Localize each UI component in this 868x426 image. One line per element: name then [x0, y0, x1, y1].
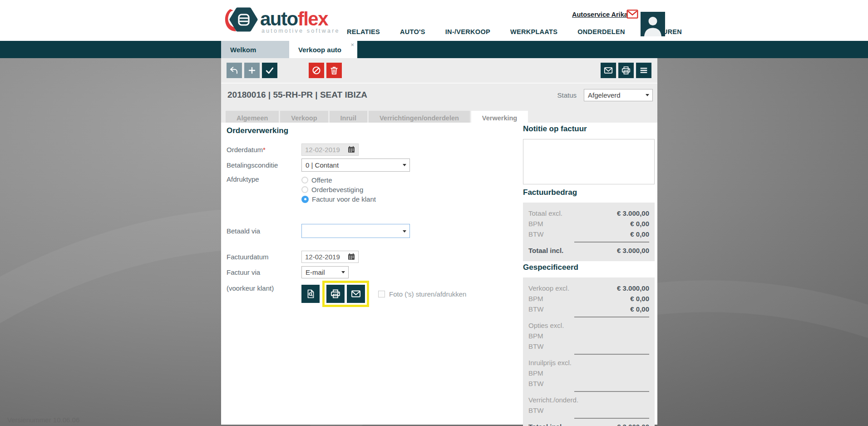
orderdatum-label: Orderdatum* — [227, 146, 301, 154]
status-label: Status — [557, 91, 577, 99]
row-label: Inruilprijs excl. — [528, 359, 649, 367]
money-row: Opties excl. — [528, 320, 649, 331]
document-tabbar: Welkom Verkoop auto × — [0, 41, 868, 58]
money-row: BPM€ 0,00 — [528, 293, 649, 304]
calendar-icon[interactable] — [348, 146, 355, 153]
row-label: BTW — [528, 342, 649, 350]
nav-item-autos[interactable]: AUTO'S — [400, 28, 425, 35]
money-row: BPM€ 0,00 — [528, 218, 649, 229]
radio-selected-icon[interactable] — [301, 196, 309, 203]
orderdatum-input[interactable]: 12-02-2019 — [301, 144, 359, 156]
calendar-icon[interactable] — [348, 253, 355, 260]
print-button[interactable] — [618, 63, 634, 78]
menu-button[interactable] — [636, 63, 651, 78]
money-row: BPM — [528, 331, 649, 341]
cancel-icon — [311, 65, 321, 75]
user-account-link[interactable]: Autoservice Arikan — [572, 11, 632, 18]
row-value: € 3.000,00 — [617, 247, 649, 254]
print-invoice-button[interactable] — [326, 285, 345, 303]
money-row: Totaal excl.€ 3.000,00 — [528, 208, 649, 218]
nav-item-onderdelen[interactable]: ONDERDELEN — [577, 28, 625, 35]
app-header: autoflex automotive software RELATIES AU… — [0, 0, 868, 41]
orderverwerking-form: Orderverwerking Orderdatum* 12-02-2019 — [221, 123, 521, 307]
mail-icon[interactable] — [626, 9, 638, 19]
row-label: Opties excl. — [528, 322, 649, 329]
checkbox[interactable] — [378, 291, 385, 297]
factuurbedrag-box: Totaal excl.€ 3.000,00 BPM€ 0,00 BTW€ 0,… — [523, 203, 655, 261]
row-value: € 0,00 — [630, 305, 649, 313]
afdruktype-row: Afdruktype Offerte Orderbevestiging F — [227, 173, 521, 204]
tab-verkoop-auto[interactable]: Verkoop auto × — [289, 41, 357, 58]
titlebar: 20180016 | 55-RH-PR | SEAT IBIZA Status … — [221, 84, 657, 106]
invoice-summary: Notitie op factuur Factuurbedrag Totaal … — [523, 123, 655, 426]
money-row: BTW€ 0,00 — [528, 304, 649, 314]
factuur-actions-row: Foto ('s) sturen/afdrukken — [301, 281, 521, 307]
betalingsconditie-row: Betalingsconditie 0 | Contant — [227, 158, 521, 172]
delete-button[interactable] — [326, 63, 342, 78]
radio-factuur-voor-de-klant[interactable]: Factuur voor de klant — [301, 194, 376, 204]
betaald-via-select[interactable] — [301, 224, 410, 238]
betalingsconditie-label: Betalingsconditie — [227, 161, 301, 169]
sum-divider — [574, 317, 649, 317]
money-row: Inruilprijs excl. — [528, 357, 649, 368]
spacer — [221, 206, 521, 224]
factuurdatum-input[interactable]: 12-02-2019 — [301, 251, 359, 263]
chevron-down-icon — [341, 271, 345, 273]
highlight-box — [322, 281, 369, 307]
row-label: BTW — [528, 406, 649, 414]
voorkeur-klant-label: (voorkeur klant) — [227, 284, 274, 292]
main-area: 20180016 | 55-RH-PR | SEAT IBIZA Status … — [0, 58, 868, 426]
add-icon — [247, 65, 257, 75]
radio-icon[interactable] — [301, 186, 308, 193]
betalingsconditie-select[interactable]: 0 | Contant — [301, 159, 410, 172]
spacer — [221, 240, 521, 250]
confirm-button[interactable] — [262, 63, 277, 78]
undo-button[interactable] — [227, 63, 242, 78]
print-icon — [330, 288, 341, 299]
preview-document-icon — [305, 288, 316, 299]
undo-icon — [229, 65, 239, 75]
radio-icon[interactable] — [301, 177, 308, 183]
row-label: Totaal incl. — [528, 247, 617, 254]
row-label: Verkoop excl. — [528, 284, 617, 292]
money-row: Verkoop excl.€ 3.000,00 — [528, 283, 649, 293]
order-title: 20180016 | 55-RH-PR | SEAT IBIZA — [227, 90, 557, 100]
row-label: Verricht./onderd. — [528, 396, 649, 404]
row-value: € 3.000,00 — [617, 423, 649, 426]
avatar[interactable] — [641, 12, 665, 36]
tab-welkom[interactable]: Welkom — [221, 41, 289, 58]
row-value: € 0,00 — [630, 295, 649, 302]
afdruktype-label: Afdruktype — [227, 173, 301, 183]
row-label: Totaal excl. — [528, 209, 617, 217]
row-label: BPM — [528, 369, 649, 377]
nav-item-werkplaats[interactable]: WERKPLAATS — [510, 28, 557, 35]
gespecificeerd-box: Verkoop excl.€ 3.000,00 BPM€ 0,00 BTW€ 0… — [523, 277, 655, 426]
row-label: BPM — [528, 332, 649, 340]
invoice-note-textarea[interactable] — [523, 139, 655, 184]
factuur-via-select[interactable]: E-mail — [301, 266, 349, 278]
factuur-via-label: Factuur via — [227, 268, 301, 276]
confirm-icon — [265, 65, 275, 75]
money-row: BTW — [528, 341, 649, 352]
tab-welkom-label: Welkom — [230, 46, 256, 54]
logo-tagline: automotive software — [261, 28, 340, 34]
radio-orderbevestiging[interactable]: Orderbevestiging — [301, 185, 376, 194]
mail-icon — [603, 65, 613, 75]
add-button[interactable] — [244, 63, 260, 78]
status-select[interactable]: Afgeleverd — [584, 89, 653, 101]
factuur-via-row: Factuur via E-mail — [227, 265, 521, 279]
required-asterisk: * — [263, 146, 266, 154]
close-icon[interactable]: × — [350, 41, 354, 48]
nav-item-relaties[interactable]: RELATIES — [347, 28, 380, 35]
row-value: € 0,00 — [630, 220, 649, 228]
nav-item-in-verkoop[interactable]: IN-/VERKOOP — [445, 28, 490, 35]
preview-document-button[interactable] — [301, 285, 320, 303]
row-label: BTW — [528, 305, 630, 313]
tab-verkoop-auto-label: Verkoop auto — [298, 46, 341, 54]
radio-offerte[interactable]: Offerte — [301, 175, 376, 185]
chevron-down-icon — [646, 94, 649, 96]
cancel-button[interactable] — [309, 63, 324, 78]
foto-sturen-checkbox-row[interactable]: Foto ('s) sturen/afdrukken — [378, 290, 466, 298]
mail-button[interactable] — [601, 63, 616, 78]
mail-invoice-button[interactable] — [347, 285, 365, 303]
